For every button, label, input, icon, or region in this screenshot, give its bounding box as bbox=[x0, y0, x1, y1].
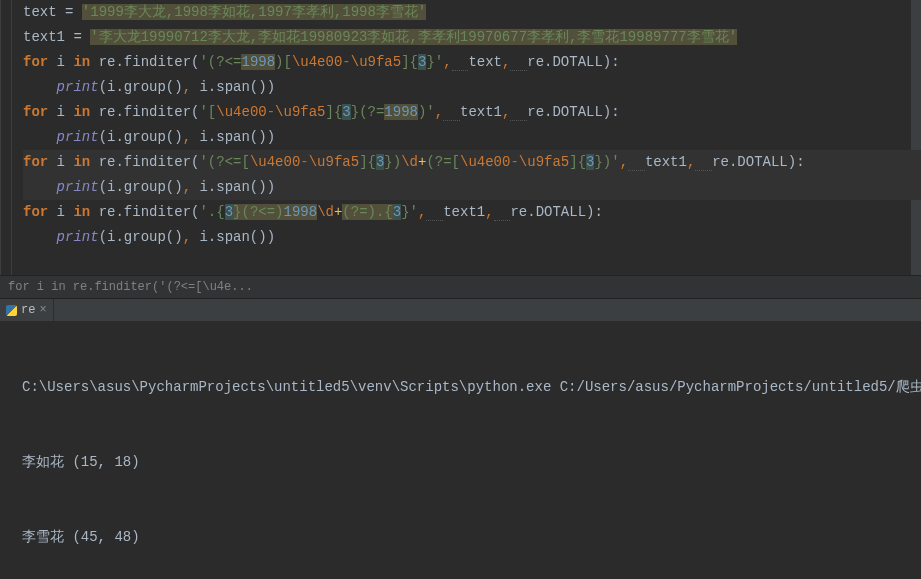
run-tab-bar: re × bbox=[0, 299, 921, 321]
code-line[interactable]: print(i.group(), i.span()) bbox=[23, 75, 921, 100]
editor-gutter bbox=[11, 0, 12, 275]
python-file-icon bbox=[6, 305, 17, 316]
string-literal: '1999李大龙,1998李如花,1997李孝利,1998李雪花' bbox=[82, 4, 426, 20]
console-output-line: 李如花 (15, 18) bbox=[22, 450, 913, 475]
code-line[interactable]: print(i.group(), i.span()) bbox=[23, 125, 921, 150]
code-line-active[interactable]: for i in re.finditer('(?<=[\u4e00-\u9fa5… bbox=[23, 150, 921, 175]
code-line[interactable]: print(i.group(), i.span()) bbox=[23, 175, 921, 200]
code-line[interactable]: text1 = '李大龙19990712李大龙,李如花19980923李如花,李… bbox=[23, 25, 921, 50]
breadcrumb[interactable]: for i in re.finditer('(?<=[\u4e... bbox=[0, 275, 921, 299]
code-line[interactable]: for i in re.finditer('[\u4e00-\u9fa5]{3}… bbox=[23, 100, 921, 125]
builtin-print: print bbox=[57, 79, 99, 95]
code-line[interactable]: text = '1999李大龙,1998李如花,1997李孝利,1998李雪花' bbox=[23, 0, 921, 25]
close-icon[interactable]: × bbox=[39, 303, 46, 317]
tab-label: re bbox=[21, 303, 35, 317]
console-exec-path: C:\Users\asus\PycharmProjects\untitled5\… bbox=[22, 375, 913, 400]
code-line[interactable]: for i in re.finditer('.{3}(?<=)1998\d+(?… bbox=[23, 200, 921, 225]
keyword-in: in bbox=[73, 54, 90, 70]
code-line[interactable]: for i in re.finditer('(?<=1998)[\u4e00-\… bbox=[23, 50, 921, 75]
variable-name: text1 bbox=[23, 29, 65, 45]
keyword-for: for bbox=[23, 54, 48, 70]
console-output-line: 李雪花 (45, 48) bbox=[22, 525, 913, 550]
run-tab-re[interactable]: re × bbox=[0, 299, 54, 321]
code-line-empty[interactable] bbox=[23, 250, 921, 275]
run-console[interactable]: C:\Users\asus\PycharmProjects\untitled5\… bbox=[0, 321, 921, 579]
variable-name: text bbox=[23, 4, 57, 20]
code-editor[interactable]: text = '1999李大龙,1998李如花,1997李孝利,1998李雪花'… bbox=[0, 0, 921, 275]
code-line[interactable]: print(i.group(), i.span()) bbox=[23, 225, 921, 250]
string-literal: '李大龙19990712李大龙,李如花19980923李如花,李孝利199706… bbox=[90, 29, 737, 45]
breadcrumb-text: for i in re.finditer('(?<=[\u4e... bbox=[8, 280, 253, 294]
